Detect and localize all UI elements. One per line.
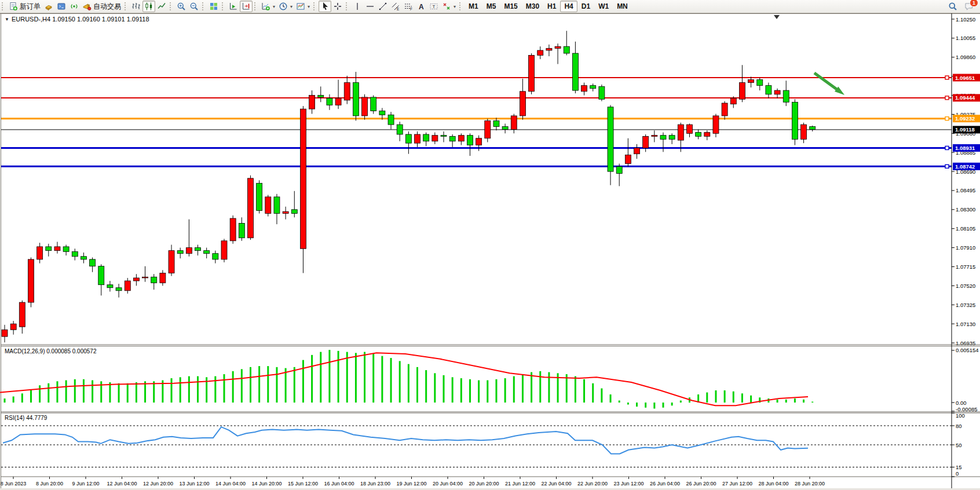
arrows-icon	[442, 2, 451, 11]
candle-body	[669, 136, 675, 140]
candle-body	[572, 53, 578, 90]
depth-of-market-button[interactable]	[42, 1, 55, 12]
chevron-down-icon[interactable]: ▾	[308, 4, 310, 9]
line-chart-button[interactable]	[155, 1, 168, 12]
time-label: 9 Jun 12:00	[72, 481, 99, 487]
periods-button[interactable]: ▾	[277, 1, 294, 12]
new-order-button-label: 新订单	[20, 2, 41, 12]
tf-m5-button[interactable]: M5	[482, 1, 500, 12]
svg-text:-0.00085: -0.00085	[956, 406, 978, 412]
indicators-button[interactable]: ▾	[259, 1, 277, 12]
bar-chart-button[interactable]	[130, 1, 142, 12]
tf-h1-button[interactable]: H1	[543, 1, 560, 12]
candle-body	[704, 133, 710, 137]
megaphone-icon	[82, 2, 92, 11]
tf-h4-button[interactable]: H4	[560, 1, 577, 12]
tf-m1-button[interactable]: M1	[465, 1, 482, 12]
toolbar-separator	[459, 2, 462, 10]
candle-chart-button[interactable]	[142, 1, 155, 12]
notifications-button[interactable]: 1	[963, 1, 975, 12]
candle-body	[555, 46, 561, 48]
horizontal-line-button[interactable]	[364, 1, 376, 12]
chevron-down-icon[interactable]: ▾	[454, 4, 456, 9]
crosshair-button[interactable]	[331, 1, 344, 12]
tf-mn-button[interactable]: MN	[613, 1, 632, 12]
tf-d1-button[interactable]: D1	[577, 1, 594, 12]
candle-body	[529, 55, 535, 91]
candle-body	[19, 302, 25, 327]
tf-w1-button[interactable]: W1	[594, 1, 613, 12]
tf-m5-button-label: M5	[487, 2, 496, 10]
zoom-in-icon	[177, 2, 186, 11]
metaeditor-button[interactable]	[55, 1, 68, 12]
time-label: 15 Jun 12:00	[288, 481, 318, 487]
candle-body	[318, 96, 324, 97]
channel-button[interactable]: E	[389, 1, 402, 12]
chart-canvas[interactable]: 1.102501.100551.098601.096651.094701.092…	[0, 0, 980, 490]
auto-scroll-button[interactable]	[227, 1, 240, 12]
candle-body	[81, 257, 86, 259]
candle-body	[63, 247, 69, 251]
candle-body	[72, 251, 78, 256]
candle-body	[37, 247, 43, 259]
tf-m1-button-label: M1	[469, 2, 478, 10]
chart-symbol-header: ▼EURUSD-,H4 1.09150 1.09160 1.09101 1.09…	[5, 16, 149, 23]
line-icon	[157, 2, 166, 11]
svg-text:1.08742: 1.08742	[955, 163, 975, 170]
candle-body	[660, 136, 666, 140]
candle-body	[353, 83, 359, 116]
text-button[interactable]: A	[415, 1, 427, 12]
new-order-button[interactable]: 新订单	[7, 1, 42, 12]
candle-body	[46, 247, 52, 251]
notification-count-badge: 1	[970, 0, 978, 7]
indicator-icon	[261, 2, 270, 11]
zoom-in-button[interactable]	[175, 1, 188, 12]
vertical-line-button[interactable]	[351, 1, 364, 12]
chevron-down-icon[interactable]: ▾	[273, 4, 275, 9]
trendline-button[interactable]	[376, 1, 389, 12]
candle-body	[590, 86, 596, 89]
candle-body	[107, 285, 113, 288]
templates-button[interactable]: ▾	[294, 1, 312, 12]
label-button[interactable]: T	[427, 1, 440, 12]
chart-shift-icon	[242, 2, 251, 11]
toolbar-group-windows	[207, 0, 220, 13]
search-button[interactable]	[946, 1, 959, 12]
candle-body	[265, 197, 271, 214]
cursor-button[interactable]	[319, 1, 331, 12]
zoom-out-button[interactable]	[188, 1, 200, 12]
ide-icon	[57, 2, 66, 11]
candle-body	[116, 288, 122, 291]
candle-body	[686, 125, 692, 133]
candle-body	[160, 273, 166, 283]
arrows-button[interactable]: ▾	[440, 1, 458, 12]
chart-shift-button[interactable]	[240, 1, 253, 12]
time-label: 27 Jun 12:00	[722, 481, 752, 487]
gold-cube-icon	[44, 2, 53, 11]
candle-body	[177, 251, 183, 254]
candle-body	[213, 254, 218, 259]
collapse-triangle-icon[interactable]: ▼	[5, 17, 9, 22]
bars-icon	[131, 2, 141, 11]
fibonacci-button[interactable]: F	[402, 1, 415, 12]
auto-trading-button[interactable]: 自动交易	[81, 1, 123, 12]
tf-m30-button[interactable]: M30	[522, 1, 543, 12]
clock-icon	[279, 2, 288, 11]
time-label: 22 Jun 04:00	[541, 481, 571, 487]
candle-body	[757, 80, 763, 86]
candle-body	[257, 183, 262, 210]
svg-text:1.06935: 1.06935	[956, 340, 975, 346]
svg-text:E: E	[397, 7, 400, 11]
candle-body	[696, 133, 701, 137]
candle-body	[230, 218, 236, 241]
tf-m30-button-label: M30	[526, 2, 539, 10]
tf-m15-button[interactable]: M15	[500, 1, 521, 12]
candle-body	[449, 136, 455, 141]
time-label: 12 Jun 04:00	[107, 481, 137, 487]
channel-icon: E	[391, 2, 400, 11]
candle-body	[432, 136, 438, 141]
chevron-down-icon[interactable]: ▾	[290, 4, 292, 9]
signals-button[interactable]	[68, 1, 81, 12]
zoom-out-icon	[189, 2, 199, 11]
tile-windows-button[interactable]	[207, 1, 220, 12]
